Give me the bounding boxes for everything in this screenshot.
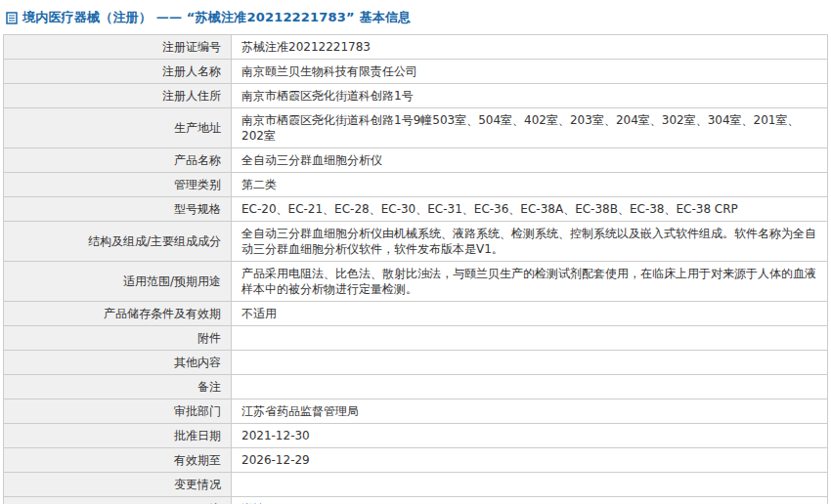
- document-icon: [6, 12, 18, 24]
- row-value: 江苏省药品监督管理局: [232, 399, 827, 423]
- row-value: [232, 351, 827, 374]
- row-label: 附件: [4, 326, 232, 350]
- table-row: 审批部门 江苏省药品监督管理局: [4, 399, 827, 424]
- table-row: ♥注 详情: [4, 497, 827, 504]
- row-value: EC-20、EC-21、EC-28、EC-30、EC-31、EC-36、EC-3…: [232, 197, 827, 221]
- row-value: [232, 375, 827, 399]
- row-label: 型号规格: [4, 197, 232, 221]
- row-label: 生产地址: [4, 108, 232, 147]
- page-title: 境内医疗器械（注册） —— “苏械注准20212221783” 基本信息: [22, 9, 411, 26]
- page-header: 境内医疗器械（注册） —— “苏械注准20212221783” 基本信息: [0, 0, 831, 34]
- row-label: 适用范围/预期用途: [4, 262, 232, 301]
- row-value: [232, 326, 827, 350]
- row-value: 全自动三分群血细胞分析仪由机械系统、液路系统、检测系统、控制系统以及嵌入式软件组…: [232, 222, 827, 261]
- table-row: 备注: [4, 375, 827, 399]
- row-label: ♥注: [4, 497, 232, 504]
- table-row: 批准日期 2021-12-30: [4, 424, 827, 448]
- row-value: 不适用: [232, 302, 827, 325]
- row-value: 南京市栖霞区尧化街道科创路1号: [232, 84, 827, 107]
- table-row: 变更情况: [4, 473, 827, 497]
- row-value: 2026-12-29: [232, 448, 827, 472]
- row-label: 注册人住所: [4, 84, 232, 107]
- row-label: 注册人名称: [4, 60, 232, 83]
- row-label: 管理类别: [4, 173, 232, 196]
- table-row: 注册人名称 南京颐兰贝生物科技有限责任公司: [4, 60, 827, 84]
- table-row: 生产地址 南京市栖霞区尧化街道科创路1号9幢503室、504室、402室、203…: [4, 108, 827, 148]
- row-value: 2021-12-30: [232, 424, 827, 447]
- row-label: 产品名称: [4, 148, 232, 172]
- table-row: 附件: [4, 326, 827, 351]
- table-row: 有效期至 2026-12-29: [4, 448, 827, 473]
- row-label: 批准日期: [4, 424, 232, 447]
- table-row: 结构及组成/主要组成成分 全自动三分群血细胞分析仪由机械系统、液路系统、检测系统…: [4, 222, 827, 262]
- row-label: 结构及组成/主要组成成分: [4, 222, 232, 261]
- row-value: 第二类: [232, 173, 827, 196]
- registration-info-table: 注册证编号 苏械注准20212221783 注册人名称 南京颐兰贝生物科技有限责…: [3, 34, 828, 504]
- table-row: 产品名称 全自动三分群血细胞分析仪: [4, 148, 827, 173]
- row-label: 有效期至: [4, 448, 232, 472]
- row-label: 审批部门: [4, 399, 232, 423]
- row-value: 产品采用电阻法、比色法、散射比浊法，与颐兰贝生产的检测试剂配套使用，在临床上用于…: [232, 262, 827, 301]
- row-value: 全自动三分群血细胞分析仪: [232, 148, 827, 172]
- row-value: 南京颐兰贝生物科技有限责任公司: [232, 60, 827, 83]
- table-row: 型号规格 EC-20、EC-21、EC-28、EC-30、EC-31、EC-36…: [4, 197, 827, 222]
- table-row: 产品储存条件及有效期 不适用: [4, 302, 827, 326]
- row-label: 其他内容: [4, 351, 232, 374]
- row-value: 详情: [232, 497, 827, 504]
- row-label: 备注: [4, 375, 232, 399]
- row-label: 注册证编号: [4, 35, 232, 59]
- medical-device-registration-page: 境内医疗器械（注册） —— “苏械注准20212221783” 基本信息 注册证…: [0, 0, 831, 504]
- table-row: 管理类别 第二类: [4, 173, 827, 197]
- table-row: 适用范围/预期用途 产品采用电阻法、比色法、散射比浊法，与颐兰贝生产的检测试剂配…: [4, 262, 827, 302]
- table-row: 注册人住所 南京市栖霞区尧化街道科创路1号: [4, 84, 827, 108]
- row-label: 产品储存条件及有效期: [4, 302, 232, 325]
- row-label: 变更情况: [4, 473, 232, 496]
- row-value: 苏械注准20212221783: [232, 35, 827, 59]
- row-value: [232, 473, 827, 496]
- table-row: 其他内容: [4, 351, 827, 375]
- table-row: 注册证编号 苏械注准20212221783: [4, 35, 827, 60]
- row-value: 南京市栖霞区尧化街道科创路1号9幢503室、504室、402室、203室、204…: [232, 108, 827, 147]
